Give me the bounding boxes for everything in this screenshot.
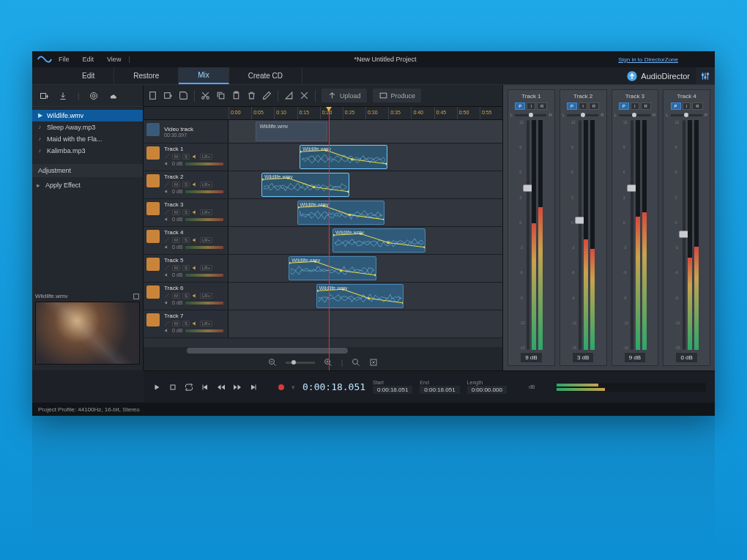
solo-button[interactable]: S <box>182 293 190 299</box>
lr-button[interactable]: LR+ <box>200 182 212 187</box>
delete-icon[interactable] <box>247 91 256 100</box>
crossfade-icon[interactable] <box>300 91 309 100</box>
zoom-slider-h[interactable] <box>286 362 315 364</box>
track-name[interactable]: Track 3 <box>164 201 223 208</box>
mute-button[interactable]: M <box>172 182 180 187</box>
r-button[interactable]: R <box>692 102 702 110</box>
audio-clip[interactable]: Wildlife.wmv <box>300 145 387 169</box>
mute-button[interactable]: M <box>172 154 180 160</box>
track-lane[interactable] <box>228 310 502 337</box>
loop-icon[interactable] <box>185 383 193 392</box>
tab-edit[interactable]: Edit <box>63 67 114 84</box>
signin-link[interactable]: Sign in to DirectorZone <box>618 56 678 63</box>
i-button[interactable]: I <box>683 102 691 110</box>
lr-button[interactable]: LR+ <box>200 265 212 271</box>
popout-icon[interactable] <box>133 293 140 300</box>
track-name[interactable]: Track 6 <box>164 285 223 291</box>
draw-icon[interactable] <box>164 265 170 271</box>
track-lane[interactable]: Wildlife.wmv <box>228 171 502 198</box>
zoom-out-h-icon[interactable] <box>268 358 277 367</box>
r-button[interactable]: R <box>589 102 599 110</box>
download-icon[interactable] <box>59 92 67 100</box>
video-lane[interactable]: Wildlife.wmv <box>228 120 502 143</box>
solo-button[interactable]: S <box>182 209 190 215</box>
pan-slider[interactable] <box>671 114 702 116</box>
speaker-icon[interactable] <box>192 237 198 243</box>
solo-button[interactable]: S <box>182 182 190 187</box>
i-button[interactable]: I <box>631 102 639 110</box>
preview-thumbnail[interactable] <box>35 302 140 365</box>
audio-clip[interactable]: Wildlife.wmv <box>261 173 349 197</box>
fader[interactable] <box>579 120 581 350</box>
stop-icon[interactable] <box>168 383 177 392</box>
speaker-icon[interactable] <box>192 154 198 160</box>
time-ruler[interactable]: 0:000:050:100:150:200:250:300:350:400:45… <box>144 107 502 120</box>
playhead[interactable] <box>329 107 330 370</box>
tab-restore[interactable]: Restore <box>114 67 179 84</box>
pencil-icon[interactable] <box>262 91 272 100</box>
video-clip[interactable]: Wildlife.wmv <box>256 122 327 141</box>
mute-button[interactable]: M <box>172 293 180 299</box>
track-lane[interactable]: Wildlife.wmv <box>228 283 502 310</box>
next-icon[interactable] <box>249 383 258 392</box>
file-item[interactable]: Sleep Away.mp3 <box>32 122 143 133</box>
draw-icon[interactable] <box>164 154 170 160</box>
p-button[interactable]: P <box>515 102 525 110</box>
tab-mix[interactable]: Mix <box>179 67 229 84</box>
track-lane[interactable]: Wildlife.wmv <box>228 143 502 171</box>
upload-button[interactable]: Upload <box>322 89 367 102</box>
track-name[interactable]: Track 4 <box>164 229 223 236</box>
track-name[interactable]: Track 5 <box>164 257 223 264</box>
speaker-icon[interactable] <box>192 293 198 299</box>
mixer-toggle-button[interactable] <box>696 67 715 84</box>
track-name[interactable]: Track 1 <box>164 146 223 152</box>
apply-effect-button[interactable]: Apply Effect <box>32 177 143 193</box>
fit-icon[interactable] <box>369 358 378 367</box>
cloud-icon[interactable] <box>108 92 117 100</box>
zoom-v-icon[interactable] <box>352 358 360 367</box>
produce-button[interactable]: Produce <box>373 89 422 102</box>
draw-icon[interactable] <box>164 321 170 326</box>
lr-button[interactable]: LR+ <box>200 209 212 215</box>
new-icon[interactable] <box>148 91 157 100</box>
lr-button[interactable]: LR+ <box>200 321 212 326</box>
store-icon[interactable] <box>89 92 98 100</box>
audio-clip[interactable]: Wildlife.wmv <box>297 201 385 225</box>
draw-icon[interactable] <box>164 209 170 215</box>
i-button[interactable]: I <box>579 102 587 110</box>
r-button[interactable]: R <box>641 102 651 110</box>
mute-button[interactable]: M <box>172 237 180 243</box>
track-name[interactable]: Track 7 <box>164 313 223 319</box>
cut-icon[interactable] <box>201 91 210 100</box>
draw-icon[interactable] <box>164 182 170 187</box>
track-lane[interactable]: Wildlife.wmv <box>228 255 502 282</box>
forward-icon[interactable] <box>233 383 242 392</box>
record-button[interactable] <box>278 384 284 390</box>
zoom-in-h-icon[interactable] <box>324 358 332 367</box>
fader[interactable] <box>683 120 685 350</box>
start-field[interactable]: 0:00:18.051 <box>373 386 412 394</box>
save-icon[interactable] <box>179 91 188 100</box>
pan-slider[interactable] <box>515 114 546 116</box>
track-name[interactable]: Track 2 <box>164 173 223 180</box>
i-button[interactable]: I <box>527 102 535 110</box>
solo-button[interactable]: S <box>182 265 190 271</box>
draw-icon[interactable] <box>164 237 170 243</box>
r-button[interactable]: R <box>537 102 547 110</box>
p-button[interactable]: P <box>619 102 629 110</box>
prev-icon[interactable] <box>201 383 209 392</box>
menu-file[interactable]: File <box>59 56 70 63</box>
track-lane[interactable]: Wildlife.wmv <box>228 227 502 254</box>
mute-button[interactable]: M <box>172 265 180 271</box>
speaker-icon[interactable] <box>192 209 198 215</box>
play-icon[interactable] <box>152 383 161 392</box>
pan-slider[interactable] <box>567 114 598 116</box>
copy-icon[interactable] <box>216 91 226 100</box>
horizontal-scrollbar[interactable] <box>144 347 502 354</box>
speaker-icon[interactable] <box>192 321 198 326</box>
lr-button[interactable]: LR+ <box>200 237 212 243</box>
mute-button[interactable]: M <box>172 321 180 326</box>
paste-icon[interactable] <box>231 91 241 100</box>
p-button[interactable]: P <box>567 102 577 110</box>
track-lane[interactable]: Wildlife.wmv <box>228 199 502 226</box>
